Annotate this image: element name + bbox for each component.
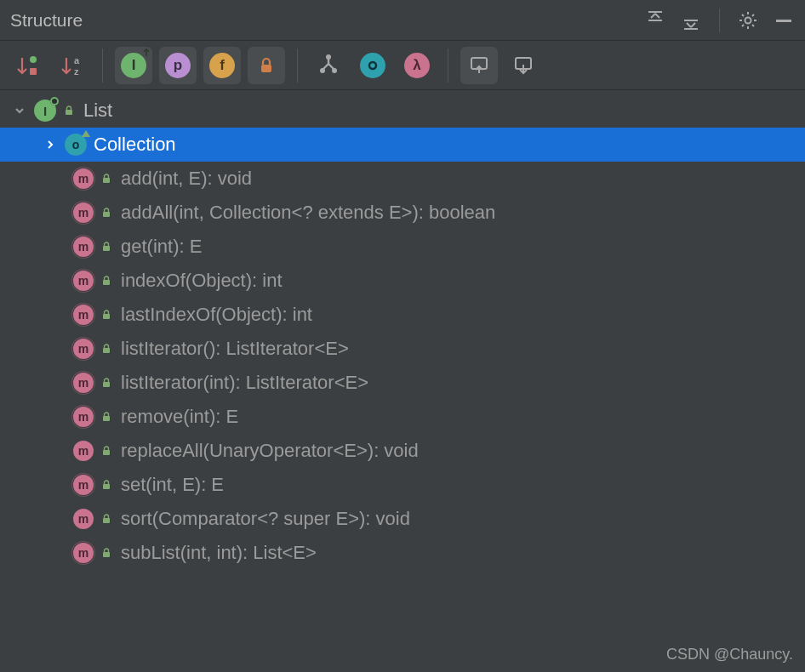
svg-point-7 bbox=[326, 54, 331, 60]
tree-method-row[interactable]: msort(Comparator<? super E>): void bbox=[0, 502, 805, 536]
titlebar-actions bbox=[644, 9, 795, 32]
method-label: add(int, E): void bbox=[121, 168, 252, 190]
show-group: λ bbox=[310, 47, 436, 84]
svg-rect-18 bbox=[103, 314, 110, 319]
svg-rect-19 bbox=[103, 348, 110, 353]
svg-rect-20 bbox=[103, 382, 110, 387]
svg-rect-22 bbox=[103, 450, 110, 455]
tree-method-row[interactable]: mlistIterator(int): ListIterator<E> bbox=[0, 366, 805, 400]
toolbar-separator-1 bbox=[102, 48, 103, 83]
method-label: addAll(int, Collection<? extends E>): bo… bbox=[121, 202, 495, 224]
method-label: listIterator(int): ListIterator<E> bbox=[121, 372, 368, 394]
method-icon: m bbox=[73, 271, 94, 291]
lock-icon bbox=[257, 56, 276, 75]
sort-alpha-button[interactable]: a z bbox=[53, 47, 90, 84]
tree-method-row[interactable]: mindexOf(Object): int bbox=[0, 264, 805, 298]
sort-group: a z bbox=[9, 47, 90, 84]
public-lock-icon bbox=[100, 411, 112, 423]
panel-title: Structure bbox=[10, 10, 644, 31]
autoscroll-to-source-button[interactable] bbox=[460, 47, 498, 84]
structure-tree: I List o Collection madd(int, E): voidma… bbox=[0, 90, 805, 570]
show-inherited-button[interactable] bbox=[310, 47, 347, 84]
method-label: replaceAll(UnaryOperator<E>): void bbox=[121, 440, 419, 462]
svg-rect-13 bbox=[66, 110, 72, 115]
chevron-right-icon[interactable] bbox=[43, 139, 58, 151]
public-lock-icon bbox=[100, 445, 112, 457]
method-label: lastIndexOf(Object): int bbox=[121, 304, 312, 326]
tree-method-row[interactable]: mremove(int): E bbox=[0, 400, 805, 434]
inherited-icon bbox=[317, 54, 340, 77]
panel-titlebar: Structure bbox=[0, 0, 805, 41]
method-label: listIterator(): ListIterator<E> bbox=[121, 338, 349, 360]
svg-point-2 bbox=[30, 56, 37, 63]
svg-rect-24 bbox=[103, 518, 110, 523]
root-label: List bbox=[83, 100, 112, 122]
hide-icon[interactable] bbox=[773, 9, 795, 31]
public-lock-icon bbox=[100, 343, 112, 355]
svg-rect-16 bbox=[103, 246, 110, 251]
interface-letter: I bbox=[132, 57, 136, 74]
tree-root-row[interactable]: I List bbox=[0, 94, 805, 128]
chevron-down-icon[interactable] bbox=[12, 105, 27, 117]
show-lambda-button[interactable]: λ bbox=[398, 47, 436, 84]
autoscroll-from-icon bbox=[512, 54, 534, 77]
tree-selected-row[interactable]: o Collection bbox=[0, 128, 805, 162]
anonymous-icon bbox=[360, 53, 385, 78]
nonpublic-filter-button[interactable] bbox=[248, 47, 285, 84]
svg-rect-1 bbox=[776, 20, 791, 22]
scroll-group bbox=[460, 47, 542, 84]
method-icon: m bbox=[73, 339, 94, 359]
tree-method-row[interactable]: mget(int): E bbox=[0, 230, 805, 264]
collection-node-letter: o bbox=[72, 138, 80, 151]
autoscroll-from-source-button[interactable] bbox=[505, 47, 542, 84]
interface-icon: I bbox=[121, 53, 146, 78]
method-icon: m bbox=[73, 202, 94, 223]
property-icon: p bbox=[165, 53, 191, 78]
public-lock-icon bbox=[100, 275, 112, 287]
field-filter-button[interactable]: f bbox=[203, 47, 241, 84]
svg-rect-21 bbox=[103, 416, 110, 421]
method-icon: m bbox=[73, 373, 94, 393]
svg-point-8 bbox=[320, 68, 325, 73]
tree-method-row[interactable]: madd(int, E): void bbox=[0, 162, 805, 196]
field-letter: f bbox=[220, 57, 225, 74]
collapse-all-icon[interactable] bbox=[680, 9, 702, 31]
svg-rect-17 bbox=[103, 280, 110, 285]
tree-method-row[interactable]: msubList(int, int): List<E> bbox=[0, 536, 805, 570]
autoscroll-to-icon bbox=[468, 54, 490, 77]
structure-toolbar: a z I p f bbox=[0, 41, 805, 90]
method-icon: m bbox=[73, 475, 94, 495]
collection-node-icon: o bbox=[65, 134, 87, 156]
sort-by-visibility-button[interactable] bbox=[9, 47, 46, 84]
tree-method-row[interactable]: mset(int, E): E bbox=[0, 468, 805, 502]
method-icon: m bbox=[73, 407, 94, 427]
tree-method-row[interactable]: mlistIterator(): ListIterator<E> bbox=[0, 332, 805, 366]
method-icon: m bbox=[73, 509, 94, 529]
show-anonymous-button[interactable] bbox=[354, 47, 391, 84]
method-icon: m bbox=[73, 441, 94, 461]
interface-node-letter: I bbox=[43, 104, 47, 118]
interface-filter-button[interactable]: I bbox=[115, 47, 152, 84]
selected-label: Collection bbox=[94, 134, 176, 156]
svg-rect-14 bbox=[103, 178, 110, 183]
property-letter: p bbox=[174, 57, 182, 74]
svg-point-0 bbox=[745, 17, 751, 23]
filter-group: I p f bbox=[115, 47, 285, 84]
tree-method-row[interactable]: mreplaceAll(UnaryOperator<E>): void bbox=[0, 434, 805, 468]
toolbar-separator-3 bbox=[448, 48, 448, 83]
svg-point-9 bbox=[332, 68, 337, 73]
tree-method-row[interactable]: mlastIndexOf(Object): int bbox=[0, 298, 805, 332]
method-label: indexOf(Object): int bbox=[121, 270, 283, 292]
gear-icon[interactable] bbox=[737, 9, 759, 31]
public-lock-icon bbox=[100, 173, 112, 185]
property-filter-button[interactable]: p bbox=[159, 47, 197, 84]
method-label: subList(int, int): List<E> bbox=[121, 542, 317, 564]
interface-node-icon: I bbox=[34, 100, 56, 122]
public-lock-icon bbox=[100, 479, 112, 491]
svg-text:a: a bbox=[74, 55, 80, 65]
svg-point-10 bbox=[369, 62, 376, 69]
lambda-letter: λ bbox=[413, 57, 420, 74]
tree-method-row[interactable]: maddAll(int, Collection<? extends E>): b… bbox=[0, 196, 805, 230]
svg-rect-3 bbox=[30, 68, 37, 75]
expand-all-icon[interactable] bbox=[644, 9, 666, 31]
